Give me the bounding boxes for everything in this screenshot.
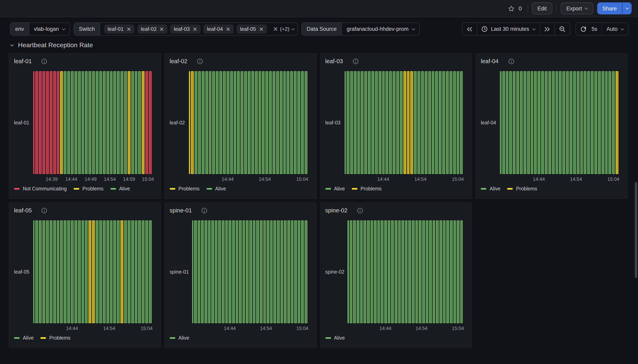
switch-chip[interactable]: leaf-01 bbox=[104, 24, 135, 34]
status-history-plot[interactable] bbox=[33, 220, 152, 323]
auto-refresh-label: Auto bbox=[606, 26, 617, 32]
refresh-interval-picker[interactable]: Auto bbox=[601, 23, 628, 35]
panel-info-button[interactable] bbox=[353, 58, 359, 64]
chip-remove-icon[interactable] bbox=[127, 27, 131, 31]
x-axis-tick-label: 14:49 bbox=[85, 176, 97, 182]
panel-info-button[interactable] bbox=[42, 208, 48, 214]
status-bar-alive bbox=[375, 71, 378, 174]
axis-tick-mark bbox=[302, 174, 303, 176]
status-bar-problems bbox=[60, 71, 63, 174]
legend-label: Problems bbox=[516, 186, 537, 192]
status-history-plot[interactable] bbox=[33, 71, 152, 174]
share-button[interactable]: Share bbox=[597, 2, 622, 14]
x-axis: 14:3914:4414:4914:5414:5915:04 bbox=[33, 174, 152, 182]
chip-remove-icon[interactable] bbox=[259, 27, 263, 31]
env-variable-value[interactable]: vlab-logan bbox=[29, 23, 70, 35]
chip-remove-icon[interactable] bbox=[160, 27, 164, 31]
chip-remove-icon[interactable] bbox=[226, 27, 230, 31]
panel-header[interactable]: spine-02 bbox=[324, 205, 468, 215]
legend-color-pill bbox=[14, 188, 20, 190]
chevron-down-icon bbox=[621, 27, 624, 30]
switch-chip[interactable]: leaf-04 bbox=[203, 24, 234, 34]
toolbar-divider bbox=[556, 4, 557, 12]
switch-chip[interactable]: leaf-03 bbox=[170, 24, 201, 34]
x-axis: 14:4414:5415:04 bbox=[500, 174, 618, 182]
panel-header[interactable]: leaf-04 bbox=[479, 56, 624, 66]
panel-header[interactable]: leaf-03 bbox=[324, 56, 468, 66]
switch-chip[interactable]: leaf-02 bbox=[137, 24, 168, 34]
axis-tick-mark bbox=[613, 174, 614, 176]
time-shift-forward-button[interactable] bbox=[539, 23, 554, 35]
chip-remove-icon[interactable] bbox=[193, 27, 197, 31]
status-history-plot[interactable] bbox=[348, 220, 463, 323]
status-history-plot[interactable] bbox=[189, 71, 307, 174]
status-history-plot[interactable] bbox=[344, 71, 463, 174]
status-bar-alive bbox=[145, 220, 148, 323]
panel-info-button[interactable] bbox=[42, 58, 48, 64]
status-history-plot[interactable] bbox=[192, 220, 307, 323]
status-bar-notcomm bbox=[53, 71, 56, 174]
status-bar-problems bbox=[615, 71, 618, 174]
share-menu-button[interactable] bbox=[622, 2, 631, 14]
status-bar-alive bbox=[280, 220, 283, 323]
legend-item-alive[interactable]: Alive bbox=[325, 186, 345, 192]
time-shift-back-button[interactable] bbox=[462, 23, 476, 35]
panel-header[interactable]: leaf-01 bbox=[13, 56, 157, 66]
status-history-plot[interactable] bbox=[500, 71, 618, 174]
export-button[interactable]: Export bbox=[561, 2, 593, 14]
status-bar-alive bbox=[422, 220, 425, 323]
status-bar-alive bbox=[405, 220, 408, 323]
legend-item-problems[interactable]: Problems bbox=[74, 186, 104, 192]
refresh-button[interactable]: 5s bbox=[576, 23, 602, 35]
status-bar-alive bbox=[523, 71, 526, 174]
axis-tick-mark bbox=[71, 174, 72, 176]
time-range-picker[interactable]: Last 30 minutes bbox=[476, 23, 539, 35]
panel-info-button[interactable] bbox=[202, 208, 208, 214]
legend-label: Alive bbox=[215, 186, 226, 192]
status-bar-alive bbox=[353, 220, 356, 323]
legend-item-problems[interactable]: Problems bbox=[41, 335, 71, 341]
legend-item-alive[interactable]: Alive bbox=[206, 186, 226, 192]
status-bar-alive bbox=[50, 220, 53, 323]
switch-chip[interactable]: leaf-05 bbox=[237, 24, 267, 34]
switch-more-dropdown[interactable]: (+2) bbox=[271, 23, 297, 35]
status-bar-alive bbox=[350, 220, 352, 323]
x-axis: 14:4414:5415:04 bbox=[189, 174, 307, 182]
panel-header[interactable]: leaf-05 bbox=[13, 205, 157, 215]
refresh-icon bbox=[580, 26, 586, 32]
panel-header[interactable]: leaf-02 bbox=[168, 56, 313, 66]
status-bar-alive bbox=[509, 71, 512, 174]
chip-label: leaf-02 bbox=[141, 26, 157, 32]
status-history-chart: leaf-0514:4414:5415:04 bbox=[13, 220, 157, 332]
status-bar-alive bbox=[124, 220, 127, 323]
status-bar-alive bbox=[205, 71, 208, 174]
status-bar-alive bbox=[255, 71, 258, 174]
panel-info-button[interactable] bbox=[508, 58, 514, 64]
plot-area: 14:4414:5415:04 bbox=[192, 220, 313, 332]
panel-header[interactable]: spine-01 bbox=[168, 205, 313, 215]
legend-item-notcomm[interactable]: Not Communicating bbox=[14, 186, 67, 192]
legend-item-problems[interactable]: Problems bbox=[507, 186, 537, 192]
edit-button[interactable]: Edit bbox=[532, 2, 552, 14]
status-bar-alive bbox=[516, 71, 519, 174]
panel-legend: Alive bbox=[170, 335, 313, 341]
favorite-star-button[interactable]: 0 bbox=[508, 5, 523, 12]
legend-item-alive[interactable]: Alive bbox=[110, 186, 130, 192]
legend-item-alive[interactable]: Alive bbox=[14, 335, 34, 341]
legend-item-alive[interactable]: Alive bbox=[481, 186, 500, 192]
info-circle-icon bbox=[508, 58, 514, 64]
panel-info-button[interactable] bbox=[197, 58, 203, 64]
datasource-value[interactable]: grafanacloud-hhdev-prom bbox=[342, 23, 419, 35]
legend-item-alive[interactable]: Alive bbox=[325, 335, 345, 341]
legend-item-alive[interactable]: Alive bbox=[170, 335, 189, 341]
status-bar-alive bbox=[110, 220, 113, 323]
scrollbar-thumb[interactable] bbox=[635, 182, 637, 278]
zoom-out-button[interactable] bbox=[554, 23, 570, 35]
row-header-heartbeat[interactable]: Heartbeat Reception Rate bbox=[0, 36, 638, 53]
legend-color-pill bbox=[206, 188, 212, 190]
panel-info-button[interactable] bbox=[357, 208, 363, 214]
legend-item-problems[interactable]: Problems bbox=[170, 186, 200, 192]
switch-more-count: (+2) bbox=[280, 26, 289, 32]
info-circle-icon bbox=[42, 58, 48, 64]
legend-item-problems[interactable]: Problems bbox=[352, 186, 382, 192]
